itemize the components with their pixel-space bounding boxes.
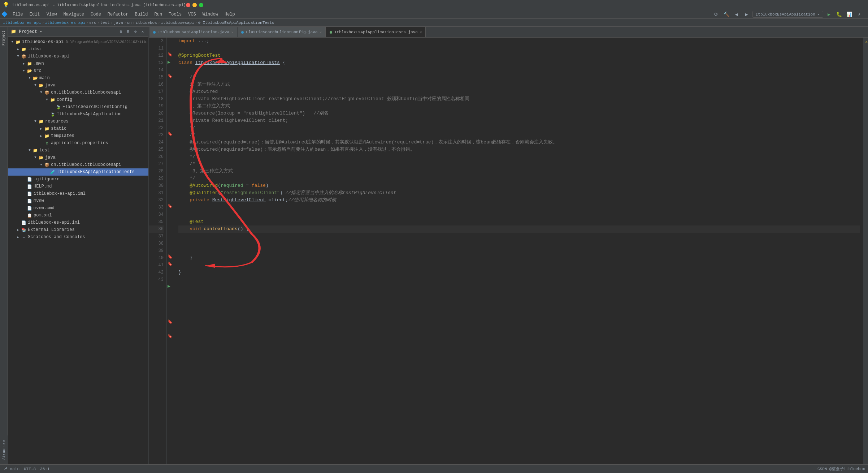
nav-back-btn[interactable]: ◀ bbox=[732, 11, 741, 18]
tab-close-elastic[interactable]: ✕ bbox=[320, 30, 322, 34]
tree-item-cn-package[interactable]: ▼ 📦 cn.itbluebox.itbluxboxesapi bbox=[8, 89, 148, 96]
tree-item-mvnw[interactable]: ▶ 📄 mvnw bbox=[8, 197, 148, 205]
tree-item-scratches[interactable]: ▶ ✏️ Scratches and Consoles bbox=[8, 233, 148, 241]
structure-tab[interactable]: Structure bbox=[0, 435, 8, 464]
tab-dot-tests bbox=[330, 31, 332, 34]
profile-btn[interactable]: ⚡ bbox=[855, 11, 864, 18]
tree-item-main[interactable]: ▼ 📂 main bbox=[8, 74, 148, 82]
menu-vcs[interactable]: VCS bbox=[185, 11, 199, 18]
tree-label-mvnw-cmd: mvnw.cmd bbox=[34, 206, 55, 211]
tree-item-ext-lib[interactable]: ▶ 📚 External Libraries bbox=[8, 226, 148, 233]
code-line-36: void contextLoads() { bbox=[178, 225, 860, 233]
settings-btn[interactable]: ⚙ bbox=[133, 29, 138, 35]
tab-close-app[interactable]: ✕ bbox=[231, 30, 233, 34]
tree-item-java-test[interactable]: ▼ 📂 java bbox=[8, 154, 148, 161]
app-icon: 💡 bbox=[3, 2, 9, 8]
tab-dot-app bbox=[153, 31, 156, 34]
tab-tests-java[interactable]: ItbluxboxEsApiApplicationTests.java ✕ bbox=[326, 27, 426, 37]
bc-root[interactable]: itbluebox-es-api bbox=[3, 21, 41, 25]
menu-help[interactable]: Help bbox=[222, 11, 238, 18]
tree-item-pom[interactable]: ▶ 📋 pom.xml bbox=[8, 212, 148, 219]
tree-item-tests-selected[interactable]: ▶ 🧪 ItbluxboxEsApiApplicationTests bbox=[8, 168, 148, 176]
sync-btn[interactable]: ⟳ bbox=[712, 11, 721, 18]
status-encoding[interactable]: UTF-8 bbox=[24, 467, 36, 471]
bc-api[interactable]: itbluxboxesapi bbox=[161, 21, 194, 25]
bc-class[interactable]: ⚙ ItbluxboxEsApiApplicationTests bbox=[198, 20, 274, 25]
coverage-btn[interactable]: 📊 bbox=[845, 11, 854, 18]
tree-label-cn-package: cn.itbluebox.itbluxboxesapi bbox=[51, 90, 121, 95]
bc-cn[interactable]: cn bbox=[127, 21, 132, 25]
tree-label-idea: .idea bbox=[28, 47, 41, 52]
code-line-12: @SpringBootTest bbox=[178, 52, 860, 59]
arrow-java-test: ▼ bbox=[32, 155, 38, 160]
tree-label-test: test bbox=[39, 148, 50, 153]
run-config-selector[interactable]: ItbluxboxEsApiApplication ▾ bbox=[752, 11, 823, 18]
menu-window[interactable]: Window bbox=[200, 11, 221, 18]
code-line-17: @Autowired bbox=[178, 88, 860, 95]
menu-run[interactable]: Run bbox=[151, 11, 165, 18]
tree-label-pom: pom.xml bbox=[34, 213, 52, 218]
build-btn[interactable]: 🔨 bbox=[722, 11, 731, 18]
tree-item-cn-test-pkg[interactable]: ▼ 📦 cn.itbluebox.itbluxboxesapi bbox=[8, 161, 148, 168]
bc-java[interactable]: java bbox=[114, 21, 123, 25]
tree-item-idea[interactable]: ▶ 📁 .idea bbox=[8, 46, 148, 53]
code-content[interactable]: import ...; @SpringBootTest class Itblux… bbox=[175, 38, 863, 473]
tree-item-test[interactable]: ▼ 📁 test bbox=[8, 147, 148, 154]
tab-app-java[interactable]: ItbluxboxEsApiApplication.java ✕ bbox=[149, 27, 237, 37]
collapse-btn[interactable]: ⊟ bbox=[125, 29, 131, 35]
run-btn[interactable]: ▶ bbox=[825, 11, 833, 18]
project-tab[interactable]: Project bbox=[1, 28, 6, 48]
tree-label-java: java bbox=[45, 83, 56, 88]
menu-tools[interactable]: Tools bbox=[166, 11, 185, 18]
arrow-src: ▼ bbox=[21, 68, 27, 74]
tree-item-src[interactable]: ▼ 📂 src bbox=[8, 67, 148, 74]
locate-btn[interactable]: ⊕ bbox=[118, 29, 124, 35]
mvnw-icon: 📄 bbox=[27, 198, 32, 204]
tree-item-root[interactable]: ▼ 📁 itbluebox-es-api D:\ProgramWorkSpace… bbox=[8, 38, 148, 46]
bc-src[interactable]: src bbox=[89, 21, 96, 25]
tree-item-elastic-config[interactable]: ▶ 🍃 ElasticSearchClientConfig bbox=[8, 103, 148, 111]
tree-item-mvn[interactable]: ▶ 📁 .mvn bbox=[8, 60, 148, 67]
menu-navigate[interactable]: Navigate bbox=[60, 11, 87, 18]
close-btn[interactable] bbox=[186, 3, 190, 7]
menu-edit[interactable]: Edit bbox=[27, 11, 43, 18]
window-controls[interactable] bbox=[186, 3, 203, 7]
menu-refactor[interactable]: Refactor bbox=[105, 11, 131, 18]
close-panel-btn[interactable]: ✕ bbox=[140, 29, 146, 35]
tree-item-iml[interactable]: ▶ 📄 itbluebox-es-api.iml bbox=[8, 190, 148, 197]
tree-item-module[interactable]: ▼ 📦 itbluxbox-es-api bbox=[8, 53, 148, 60]
gutter-run-13[interactable]: ▶ bbox=[168, 59, 170, 65]
tree-item-app-props[interactable]: ▶ ⚙ application.properties bbox=[8, 139, 148, 147]
tree-item-root-iml[interactable]: ▶ 📄 itbluebox-es-api.iml bbox=[8, 219, 148, 226]
menu-view[interactable]: View bbox=[44, 11, 60, 18]
spring-icon-elastic: 🍃 bbox=[56, 104, 61, 110]
tree-item-app[interactable]: ▶ 🍃 ItbluxboxEsApiApplication bbox=[8, 111, 148, 118]
debug-btn[interactable]: 🐛 bbox=[835, 11, 843, 18]
package-icon-cn: 📦 bbox=[44, 90, 50, 95]
editor-area: ItbluxboxEsApiApplication.java ✕ Elastic… bbox=[149, 27, 868, 473]
tab-elastic-java[interactable]: ElasticSearchClientConfig.java ✕ bbox=[238, 27, 325, 37]
tree-item-static[interactable]: ▶ 📁 static bbox=[8, 125, 148, 132]
tree-item-resources[interactable]: ▼ 📁 resources bbox=[8, 118, 148, 125]
menu-file[interactable]: File bbox=[10, 11, 26, 18]
tree-item-gitignore[interactable]: ▶ 📄 .gitignore bbox=[8, 176, 148, 183]
editor-minimap[interactable]: ⚠ bbox=[863, 38, 868, 473]
menu-build[interactable]: Build bbox=[132, 11, 151, 18]
nav-fwd-btn[interactable]: ▶ bbox=[742, 11, 751, 18]
maximize-btn[interactable] bbox=[199, 3, 203, 7]
code-line-43 bbox=[178, 276, 860, 283]
sidebar-toolbar: ⊕ ⊟ ⚙ ✕ bbox=[118, 29, 146, 35]
tree-item-java[interactable]: ▼ 📂 java bbox=[8, 82, 148, 89]
tree-item-config[interactable]: ▼ 📁 config bbox=[8, 96, 148, 103]
menu-code[interactable]: Code bbox=[88, 11, 104, 18]
gutter-run-35[interactable]: ▶ bbox=[168, 283, 170, 289]
tab-close-tests[interactable]: ✕ bbox=[420, 30, 422, 34]
bc-test[interactable]: test bbox=[100, 21, 109, 25]
tree-item-help[interactable]: ▶ 📄 HELP.md bbox=[8, 183, 148, 190]
tree-label-module: itbluxbox-es-api bbox=[28, 54, 69, 59]
bc-module[interactable]: itblueebox-es-api bbox=[45, 21, 85, 25]
minimize-btn[interactable] bbox=[192, 3, 197, 7]
tree-item-templates[interactable]: ▶ 📁 templates bbox=[8, 132, 148, 139]
bc-itbluebox[interactable]: itbluebox bbox=[135, 21, 157, 25]
tree-item-mvnw-cmd[interactable]: ▶ 📄 mvnw.cmd bbox=[8, 205, 148, 212]
